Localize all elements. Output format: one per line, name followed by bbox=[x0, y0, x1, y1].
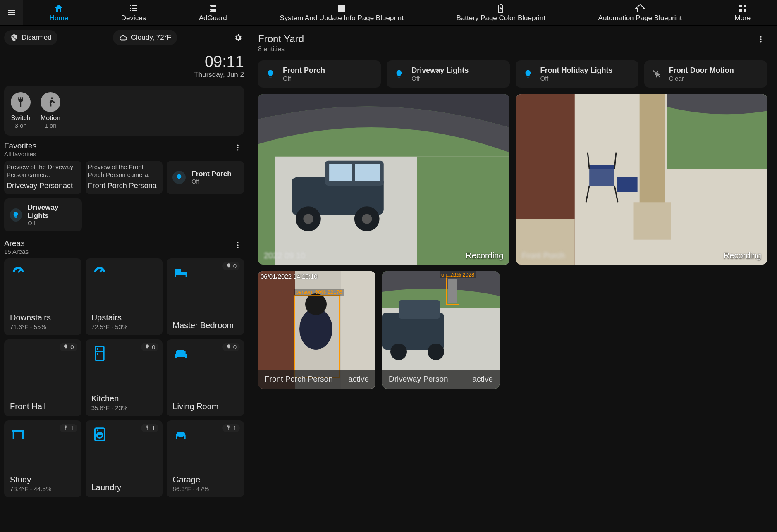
area-card-living-room[interactable]: 0Living Room bbox=[167, 339, 244, 416]
favorites-more-button[interactable] bbox=[232, 141, 244, 154]
weather-chip[interactable]: Cloudy, 72°F bbox=[113, 30, 177, 45]
area-card-upstairs[interactable]: Upstairs72.5°F - 53% bbox=[86, 258, 163, 335]
area-card-laundry[interactable]: 1Laundry bbox=[86, 420, 163, 497]
nav-tab-adguard[interactable]: AdGuard bbox=[199, 0, 227, 25]
plug-icon bbox=[11, 92, 31, 112]
favorite-tile-driveway-lights[interactable]: Driveway Lights Off bbox=[4, 198, 82, 231]
area-badge: 0 bbox=[141, 343, 158, 351]
areas-title: Areas bbox=[4, 239, 29, 248]
person-name: Front Porch Person bbox=[265, 375, 333, 384]
detection-label: on: 76% 2028 bbox=[440, 271, 476, 278]
shield-off-icon bbox=[10, 33, 18, 42]
svg-point-23 bbox=[657, 71, 658, 72]
entity-card-front-door-motion[interactable]: Front Door MotionClear bbox=[644, 60, 767, 88]
nav-tab-home[interactable]: Home bbox=[50, 0, 68, 25]
entity-card-front-holiday-lights[interactable]: Front Holiday LightsOff bbox=[516, 60, 638, 88]
entity-card-driveway-lights[interactable]: Driveway LightsOff bbox=[387, 60, 509, 88]
camera-status: Recording bbox=[724, 251, 761, 260]
desk-icon bbox=[10, 426, 26, 443]
clock-date: Thursday, Jun 2 bbox=[4, 71, 244, 79]
nav-tab-automation-page-blueprint[interactable]: Automation Page Blueprint bbox=[598, 0, 682, 25]
area-card-garage[interactable]: 1Garage86.3°F - 47% bbox=[167, 420, 244, 497]
bulb-icon bbox=[265, 68, 276, 80]
camera-status: Recording bbox=[466, 251, 503, 260]
camera-porch[interactable]: Front Porch Recording bbox=[516, 94, 767, 265]
favorite-preview-front-porch[interactable]: Preview of the Front Porch Person camera… bbox=[86, 161, 163, 194]
quick-badges: Switch3 onMotion1 on bbox=[4, 86, 244, 136]
gauge-icon bbox=[10, 264, 26, 281]
area-card-kitchen[interactable]: 0Kitchen35.6°F - 23% bbox=[86, 339, 163, 416]
area-badge: 1 bbox=[222, 424, 240, 432]
area-card-study[interactable]: 1Study78.4°F - 44.5% bbox=[4, 420, 81, 497]
menu-button[interactable] bbox=[0, 0, 23, 25]
more-vert-icon bbox=[757, 35, 765, 43]
nav-tab-more[interactable]: More bbox=[734, 0, 751, 25]
svg-rect-2 bbox=[739, 5, 742, 7]
svg-point-20 bbox=[760, 36, 761, 38]
svg-rect-5 bbox=[744, 9, 746, 12]
cloud-icon bbox=[119, 33, 128, 42]
svg-point-7 bbox=[237, 145, 238, 146]
favorite-tile-front-porch[interactable]: Front Porch Off bbox=[167, 161, 244, 194]
person-card-front-porch[interactable]: 06/01/2022 14:10:10 person: 60% 22176 Fr… bbox=[258, 271, 375, 389]
camera-image bbox=[516, 94, 767, 265]
hamburger-icon bbox=[7, 8, 17, 18]
clock-time: 09:11 bbox=[4, 53, 244, 71]
person-timestamp: 06/01/2022 14:10:10 bbox=[261, 273, 318, 280]
nav-tab-devices[interactable]: Devices bbox=[121, 0, 146, 25]
bed-icon bbox=[172, 264, 189, 281]
camera-driveway[interactable]: 2022 09 10 Recording bbox=[258, 94, 509, 265]
svg-point-33 bbox=[303, 214, 313, 224]
fridge-icon bbox=[91, 345, 108, 362]
areas-more-button[interactable] bbox=[232, 239, 244, 251]
svg-rect-52 bbox=[399, 300, 440, 319]
svg-rect-14 bbox=[96, 346, 104, 360]
person-state: active bbox=[472, 375, 493, 384]
server-icon bbox=[208, 3, 218, 13]
area-badge: 0 bbox=[222, 343, 240, 351]
svg-rect-26 bbox=[417, 157, 509, 265]
svg-point-6 bbox=[51, 97, 53, 99]
detection-box bbox=[294, 295, 340, 378]
camera-timestamp: Front Porch bbox=[522, 251, 565, 260]
area-badge: 0 bbox=[60, 343, 77, 351]
svg-point-22 bbox=[760, 41, 761, 42]
entity-card-front-porch[interactable]: Front PorchOff bbox=[258, 60, 381, 88]
area-badge: 1 bbox=[141, 424, 158, 432]
more-vert-icon bbox=[234, 143, 242, 152]
nav-tab-battery-page-color-blueprint[interactable]: Battery Page Color Blueprint bbox=[457, 0, 545, 25]
area-badge: 1 bbox=[60, 424, 77, 432]
list-icon bbox=[129, 3, 139, 13]
battery-icon bbox=[496, 3, 506, 13]
area-card-master-bedroom[interactable]: 0Master Bedroom bbox=[167, 258, 244, 335]
svg-point-9 bbox=[237, 149, 238, 150]
favorite-preview-driveway[interactable]: Preview of the Driveway Person camera. D… bbox=[4, 161, 81, 194]
svg-point-0 bbox=[210, 6, 211, 7]
room-sub: 8 entities bbox=[258, 45, 304, 53]
svg-rect-41 bbox=[589, 165, 614, 169]
settings-button[interactable] bbox=[232, 32, 244, 43]
area-card-downstairs[interactable]: Downstairs71.6°F - 55% bbox=[4, 258, 81, 335]
svg-point-12 bbox=[237, 247, 238, 248]
room-more-button[interactable] bbox=[755, 33, 767, 45]
svg-point-13 bbox=[176, 270, 179, 272]
stack-icon bbox=[337, 3, 347, 13]
grid-icon bbox=[738, 3, 748, 13]
gear-icon bbox=[234, 33, 243, 42]
alarm-chip[interactable]: Disarmed bbox=[4, 30, 57, 45]
sofa-icon bbox=[172, 345, 189, 362]
svg-rect-43 bbox=[617, 177, 638, 192]
svg-rect-4 bbox=[739, 9, 742, 12]
house-icon bbox=[635, 3, 645, 13]
quick-badge-switch[interactable]: Switch3 on bbox=[11, 92, 31, 129]
area-card-front-hall[interactable]: 0Front Hall bbox=[4, 339, 81, 416]
detection-label: person: 60% 22176 bbox=[294, 289, 344, 296]
alarm-label: Disarmed bbox=[22, 33, 52, 42]
svg-point-53 bbox=[390, 344, 407, 360]
quick-badge-motion[interactable]: Motion1 on bbox=[41, 92, 60, 129]
clock: 09:11 Thursday, Jun 2 bbox=[4, 53, 244, 79]
nav-tab-system-and-update-info-page-blueprint[interactable]: System And Update Info Page Blueprint bbox=[280, 0, 404, 25]
svg-point-34 bbox=[362, 214, 372, 224]
area-badge: 0 bbox=[222, 262, 240, 270]
person-card-driveway[interactable]: on: 76% 2028 Driveway Person active bbox=[382, 271, 500, 389]
